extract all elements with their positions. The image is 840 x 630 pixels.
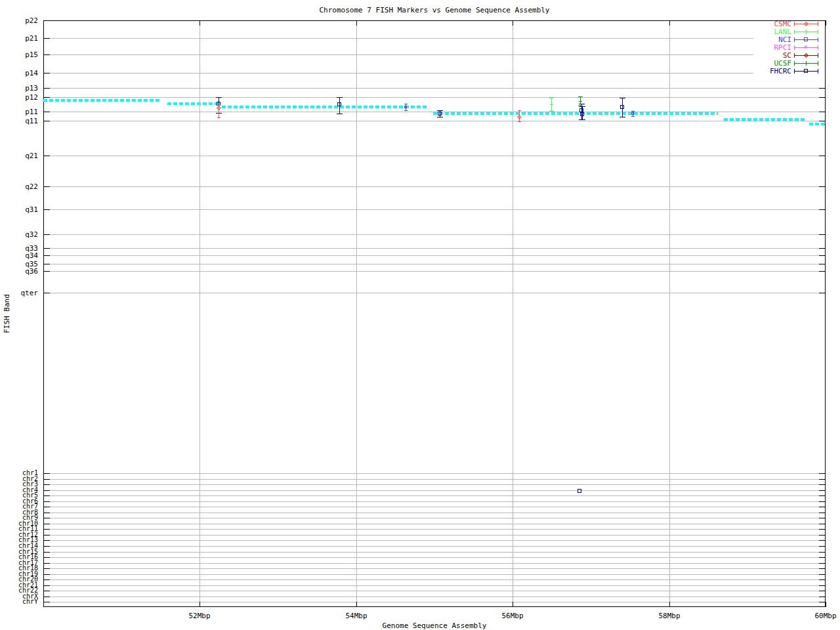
y-tick-label: p22 xyxy=(25,17,38,24)
y-gridline xyxy=(43,546,826,547)
data-point-square-marker xyxy=(337,102,341,106)
y-gridline xyxy=(43,574,826,575)
y-gridline xyxy=(43,535,826,536)
y-tick-label: p12 xyxy=(25,94,38,101)
y-tick-right xyxy=(819,524,826,524)
y-tick-left xyxy=(43,234,50,235)
y-tick-right xyxy=(819,209,826,210)
y-gridline xyxy=(43,234,826,235)
y-gridline xyxy=(43,557,826,558)
y-tick-right xyxy=(819,112,826,112)
y-tick-right xyxy=(819,585,826,586)
y-tick-right xyxy=(819,563,826,564)
y-tick-right xyxy=(819,597,826,597)
error-bar-cap-bottom xyxy=(404,110,408,111)
legend-square-marker xyxy=(804,69,808,73)
y-tick-right xyxy=(819,518,826,518)
y-tick-right xyxy=(819,529,826,530)
x-tick-label: 52Mbp xyxy=(188,612,210,620)
y-tick-left xyxy=(43,156,50,156)
y-tick-label: q36 xyxy=(25,268,38,275)
y-tick-right xyxy=(819,507,826,507)
y-axis-label: FISH Band xyxy=(3,294,10,333)
y-tick-left xyxy=(43,484,50,485)
legend-label: RPCI xyxy=(774,44,792,51)
y-tick-label: q31 xyxy=(25,206,38,213)
error-bar-cap-bottom xyxy=(579,119,585,120)
y-tick-right xyxy=(819,88,826,89)
y-gridline xyxy=(43,484,826,485)
y-gridline xyxy=(43,585,826,586)
legend-sample-cap xyxy=(794,30,795,34)
plot-border xyxy=(43,20,826,607)
legend-label: UCSF xyxy=(774,60,792,67)
y-tick-left xyxy=(43,552,50,553)
x-tick-label: 60Mbp xyxy=(814,612,836,620)
y-tick-label: q11 xyxy=(25,117,38,125)
error-bar-cap-bottom xyxy=(549,111,554,112)
y-tick-left xyxy=(43,121,50,121)
y-tick-right xyxy=(819,579,826,580)
y-tick-label: p13 xyxy=(25,85,38,92)
y-tick-left xyxy=(43,513,50,513)
y-tick-right xyxy=(819,557,826,558)
data-point-square-marker xyxy=(578,489,581,493)
error-bar-cap-top xyxy=(437,110,443,111)
legend-sample-cap xyxy=(794,69,795,74)
y-tick-left xyxy=(43,568,50,569)
y-tick-left xyxy=(43,293,50,293)
y-tick-label: p15 xyxy=(25,51,38,58)
y-gridline xyxy=(43,513,826,513)
y-tick-right xyxy=(819,121,826,121)
y-gridline xyxy=(43,540,826,541)
y-tick-label: q34 xyxy=(25,252,38,259)
y-tick-right xyxy=(819,484,826,485)
y-tick-left xyxy=(43,209,50,210)
x-axis-label: Genome Sequence Assembly xyxy=(43,622,826,629)
y-tick-left xyxy=(43,557,50,558)
y-gridline xyxy=(43,495,826,496)
y-tick-right xyxy=(819,97,826,98)
y-tick-left xyxy=(43,271,50,272)
y-tick-label: p14 xyxy=(25,70,38,77)
data-point-square-marker xyxy=(404,106,407,108)
y-tick-left xyxy=(43,186,50,187)
y-tick-left xyxy=(43,602,50,602)
y-tick-left xyxy=(43,255,50,256)
y-gridline xyxy=(43,473,826,474)
y-tick-right xyxy=(819,535,826,536)
data-point-square-marker xyxy=(438,112,442,116)
y-tick-left xyxy=(43,490,50,491)
y-tick-right xyxy=(819,156,826,156)
y-tick-right xyxy=(819,591,826,591)
legend-tick-marker xyxy=(806,61,807,66)
error-bar-cap-bottom xyxy=(518,121,521,122)
y-tick-left xyxy=(43,507,50,507)
legend-label: CSMC xyxy=(774,20,792,28)
y-gridline xyxy=(43,507,826,507)
y-tick-left xyxy=(43,546,50,547)
y-tick-left xyxy=(43,540,50,541)
assembly-track-segment xyxy=(433,112,718,115)
y-tick-left xyxy=(43,529,50,530)
assembly-track-segment xyxy=(222,106,428,108)
y-gridline xyxy=(43,186,826,187)
error-bar-cap-bottom xyxy=(437,117,443,117)
legend-sample-cap xyxy=(794,37,795,42)
data-point-tick-marker xyxy=(579,101,582,102)
legend-sample-cap xyxy=(818,53,818,58)
y-tick-left xyxy=(43,264,50,264)
legend-sample-cap xyxy=(818,61,818,66)
y-gridline xyxy=(43,518,826,518)
y-gridline xyxy=(43,563,826,564)
y-tick-right xyxy=(819,271,826,272)
assembly-track-segment xyxy=(43,99,160,102)
y-tick-left xyxy=(43,585,50,586)
y-gridline xyxy=(43,255,826,256)
y-gridline xyxy=(43,529,826,530)
y-tick-right xyxy=(819,540,826,541)
legend-cross-marker: × xyxy=(804,44,808,51)
x-tick-label: 56Mbp xyxy=(501,612,523,620)
error-bar-cap-top xyxy=(620,98,625,98)
y-tick-left xyxy=(43,479,50,480)
